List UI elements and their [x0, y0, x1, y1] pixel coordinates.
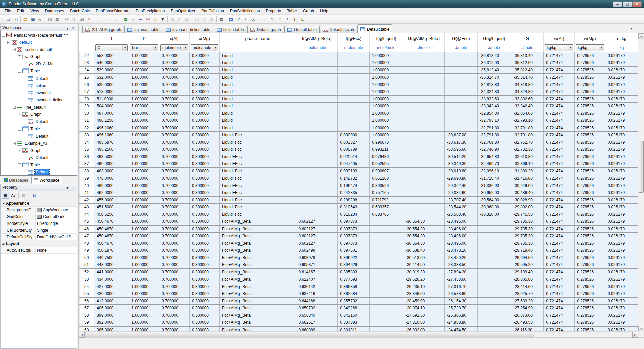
- row-header-cell[interactable]: 24: [79, 66, 94, 74]
- cell-f-fcc[interactable]: [338, 95, 370, 103]
- cell-x-al[interactable]: 0.700000: [159, 74, 190, 81]
- cell-p[interactable]: 1.000000: [129, 196, 159, 204]
- tree-item-table[interactable]: −Table: [1, 68, 77, 75]
- cell-phase-name[interactable]: Fcc+AlMg_Beta: [219, 225, 296, 233]
- cell-w-mg[interactable]: 0.278526: [575, 167, 605, 175]
- cell-g[interactable]: -32,854.00: [511, 110, 544, 117]
- tree-item-invariant-tieline[interactable]: invariant_tieline: [1, 97, 77, 104]
- new-icon[interactable]: □: [5, 16, 12, 23]
- cell-w-mg[interactable]: 0.278526: [575, 189, 605, 197]
- cell-w-mg[interactable]: 0.278526: [575, 268, 605, 276]
- cell-n-kg[interactable]: 0.026179: [605, 117, 638, 124]
- cell-t[interactable]: 553.0000: [94, 52, 129, 59]
- cell-f-liquid[interactable]: 1.000000: [370, 59, 403, 67]
- cell-g[interactable]: -35,314.70: [511, 74, 544, 81]
- cell-g-almg-beta[interactable]: [403, 74, 444, 81]
- cell-g-fcc[interactable]: [444, 59, 477, 67]
- menu-panphasediagram[interactable]: PanPhaseDiagram: [93, 8, 132, 14]
- row-header-cell[interactable]: 47: [79, 233, 94, 240]
- tree-expander-icon[interactable]: −: [7, 41, 10, 44]
- cell-p[interactable]: 1.000000: [129, 117, 159, 124]
- cell-g-fcc[interactable]: -28,338.50: [444, 261, 477, 269]
- close-document-icon[interactable]: ×: [636, 26, 642, 31]
- cell-phase-name[interactable]: Fcc+AlMg_Beta: [219, 240, 296, 247]
- cell-x-al[interactable]: 0.700000: [159, 52, 190, 59]
- cell-g-liquid[interactable]: -34,324.80: [477, 88, 511, 96]
- cell-f-fcc[interactable]: 0.242835: [338, 189, 370, 197]
- cell-f-almg-beta[interactable]: 0.602127: [296, 240, 338, 247]
- cut-icon[interactable]: ✂: [63, 16, 71, 23]
- cell-n-kg[interactable]: 0.026179: [605, 290, 638, 298]
- cell-t[interactable]: 476.0000: [94, 175, 129, 182]
- cell-g[interactable]: -33,342.40: [511, 103, 544, 110]
- cell-x-al[interactable]: 0.700000: [159, 247, 190, 254]
- cell-w-al[interactable]: 0.721474: [544, 66, 575, 74]
- cell-w-mg[interactable]: 0.278526: [575, 297, 605, 305]
- cell-f-liquid[interactable]: 0.900807: [370, 167, 403, 175]
- horizontal-scrollbar[interactable]: ◄ ►: [79, 331, 638, 337]
- cell-x-mg[interactable]: 0.300000: [189, 139, 219, 146]
- tree-item-graph[interactable]: −Graph: [1, 111, 77, 118]
- cell-x-mg[interactable]: 0.300000: [189, 189, 219, 197]
- section-calculation-icon[interactable]: ✉: [144, 16, 152, 23]
- tree-item-tieline[interactable]: tieline: [1, 82, 77, 90]
- cell-w-mg[interactable]: 0.278526: [575, 66, 605, 74]
- cell-g-almg-beta[interactable]: -30,513.60: [403, 254, 444, 261]
- cell-g-fcc[interactable]: [444, 110, 477, 117]
- cell-phase-name[interactable]: Liquid: [219, 124, 296, 132]
- cell-w-al[interactable]: 0.721474: [544, 146, 575, 153]
- cell-t[interactable]: 420.0000: [94, 290, 129, 298]
- cell-f-almg-beta[interactable]: [296, 103, 338, 110]
- menu-graph[interactable]: Graph: [300, 8, 317, 14]
- cell-n-kg[interactable]: 0.026179: [605, 103, 638, 110]
- cell-f-almg-beta[interactable]: [296, 167, 338, 175]
- cell-p[interactable]: 1.000000: [129, 204, 159, 211]
- cell-p[interactable]: 1.000000: [129, 297, 159, 305]
- cell-g-almg-beta[interactable]: -29,626.20: [403, 276, 444, 283]
- cell-g-liquid[interactable]: -32,793.10: [477, 117, 511, 124]
- cell-w-mg[interactable]: 0.278526: [575, 52, 605, 59]
- cell-p[interactable]: 1.000000: [129, 66, 159, 74]
- row-header-cell[interactable]: 44: [79, 211, 94, 218]
- cell-w-mg[interactable]: 0.278526: [575, 326, 605, 331]
- cell-x-mg[interactable]: 0.300000: [189, 81, 219, 88]
- cell-t[interactable]: 497.0000: [94, 110, 129, 117]
- column-header-g-almg-beta[interactable]: G(@AlMg_Beta): [403, 33, 444, 43]
- cell-phase-name[interactable]: Liquid+Fcc: [219, 211, 296, 218]
- cell-x-al[interactable]: 0.700000: [159, 81, 190, 88]
- cell-g-almg-beta[interactable]: [403, 117, 444, 124]
- cell-g-liquid[interactable]: [477, 240, 511, 247]
- cell-w-al[interactable]: 0.721474: [544, 88, 575, 96]
- cell-g-almg-beta[interactable]: [403, 59, 444, 67]
- cell-n-kg[interactable]: 0.026179: [605, 59, 638, 67]
- cell-f-liquid[interactable]: 1.000000: [370, 74, 403, 81]
- cell-f-almg-beta[interactable]: 0.602127: [296, 218, 338, 226]
- tree-item-example-3[interactable]: −Example_#3: [1, 140, 77, 147]
- cell-f-fcc[interactable]: 0.343160: [338, 312, 370, 319]
- row-header-cell[interactable]: 37: [79, 160, 94, 168]
- menu-property[interactable]: Property: [263, 8, 284, 14]
- cell-n-kg[interactable]: 0.026179: [605, 153, 638, 160]
- cell-g[interactable]: -28,025.70: [511, 290, 544, 298]
- property-row-defaultcellsty[interactable]: DefaultCellStyDataGridViewCellS: [1, 234, 77, 240]
- cell-p[interactable]: 1.000000: [129, 139, 159, 146]
- cell-w-al[interactable]: 0.721474: [544, 160, 575, 168]
- cell-f-fcc[interactable]: 0.020514: [338, 153, 370, 160]
- cell-f-fcc[interactable]: 0.397873: [338, 225, 370, 233]
- cell-w-mg[interactable]: 0.278526: [575, 305, 605, 312]
- maximize-button[interactable]: ▢: [623, 1, 632, 7]
- cell-x-mg[interactable]: 0.300000: [189, 283, 219, 290]
- row-header-cell[interactable]: 51: [79, 261, 94, 269]
- cell-g-fcc[interactable]: [444, 103, 477, 110]
- cell-w-al[interactable]: 0.721474: [544, 139, 575, 146]
- cell-n-kg[interactable]: 0.026179: [605, 204, 638, 211]
- cell-g-almg-beta[interactable]: [403, 182, 444, 189]
- row-header-cell[interactable]: 60: [79, 326, 94, 331]
- cell-phase-name[interactable]: Liquid: [219, 95, 296, 103]
- cell-t[interactable]: 385.0000: [94, 326, 129, 331]
- cell-x-mg[interactable]: 0.300000: [189, 167, 219, 175]
- cell-x-al[interactable]: 0.700000: [159, 117, 190, 124]
- cell-f-fcc[interactable]: 0.394629: [338, 261, 370, 269]
- cell-x-al[interactable]: 0.700000: [159, 175, 190, 182]
- cell-x-al[interactable]: 0.700000: [159, 305, 190, 312]
